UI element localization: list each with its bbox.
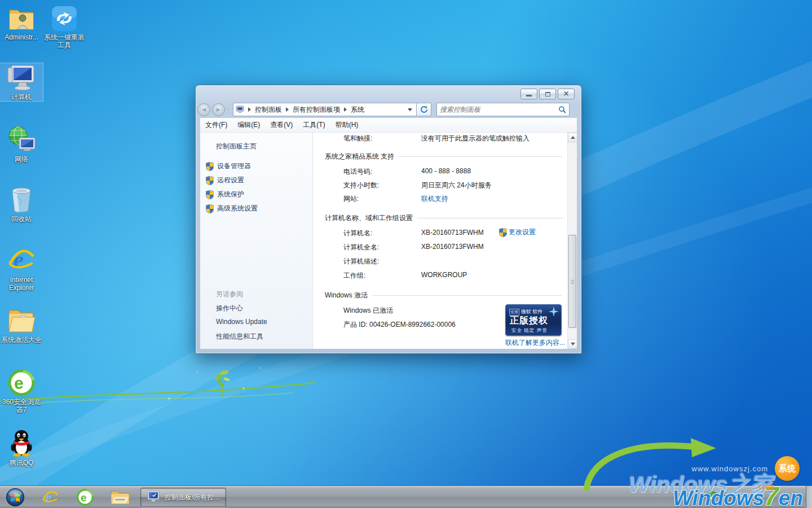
desktop-icon-internet-explorer[interactable]: e Internet Explorer [0,246,43,292]
desktop-icon-recycle-bin[interactable]: 回收站 [0,185,43,223]
network-icon [0,125,43,154]
minimize-button[interactable] [520,89,537,99]
internet-explorer-icon: e [41,489,59,506]
breadcrumb-separator-icon [344,107,347,112]
breadcrumb-control-panel[interactable]: 控制面板 [255,105,282,115]
pen-touch-label: 笔和触摸: [343,134,372,143]
full-name-value: XB-20160713FWHM [421,243,484,251]
computer-name-label: 计算机名: [343,229,372,238]
control-panel-task-icon [145,491,160,504]
action-center-icon[interactable] [707,492,716,502]
computer-name-value: XB-20160713FWHM [421,229,484,237]
sidebar-control-panel-home[interactable]: 控制面板主页 [216,142,257,151]
taskbar-explorer-folder[interactable] [111,488,130,507]
sidebar-windows-update[interactable]: Windows Update [216,318,267,326]
desktop-icon-reinstall-tool[interactable]: 系统一键重装工具 [43,3,86,49]
scrollbar-thumb[interactable] [568,235,576,328]
sidebar-system-protection[interactable]: 系统保护 [206,190,244,199]
breadcrumb-system[interactable]: 系统 [351,105,364,115]
forward-arrow-icon: ► [215,106,222,113]
description-label: 计算机描述: [343,257,379,266]
computer-icon [0,63,43,91]
breadcrumb-separator-icon [286,107,289,112]
menu-tools[interactable]: 工具(T) [298,120,330,130]
back-button[interactable]: ◄ [197,103,210,116]
taskbar-360-browser[interactable]: e [76,488,95,507]
folder-disc-icon [0,306,43,334]
uac-shield-icon [206,190,214,199]
internet-explorer-icon: e [0,246,43,274]
address-bar[interactable]: 控制面板 所有控制面板项 系统 [233,103,417,116]
system-tray [702,492,744,502]
product-id: 产品 ID: 00426-OEM-8992662-00006 [343,320,456,330]
breadcrumb-all-items[interactable]: 所有控制面板项 [293,105,340,115]
sparkle-star-icon [549,306,559,317]
minimize-icon [526,95,532,97]
recent-pages-dropdown-icon[interactable] [226,108,231,111]
menu-edit[interactable]: 编辑(E) [232,120,265,130]
learn-more-online-link[interactable]: 联机了解更多内容... [505,338,565,348]
svg-text:e: e [81,492,86,503]
desktop-icon-label: 回收站 [0,215,43,223]
refresh-button[interactable] [417,103,431,116]
menu-file[interactable]: 文件(F) [200,120,232,130]
uac-shield-icon [206,204,214,213]
genuine-license-badge[interactable]: 使用 微软 软件 正版授权 安全 稳定 声誉 [505,304,562,336]
sidebar-remote-settings[interactable]: 远程设置 [206,176,244,185]
menu-help[interactable]: 帮助(H) [330,120,364,130]
search-input[interactable] [440,106,558,113]
window-titlebar[interactable]: ✕ [196,85,581,101]
vertical-scrollbar[interactable] [567,133,577,349]
windows-start-orb-icon [6,488,25,507]
address-dropdown-icon[interactable] [408,108,412,111]
sidebar-device-manager[interactable]: 设备管理器 [206,161,251,171]
desktop-icon-label: 腾讯QQ [0,459,43,467]
desktop-icon-label: 系统激活大全 [0,336,43,344]
desktop-icon-label: 计算机 [0,93,43,101]
desktop-icon-360-browser[interactable]: e 360安全浏览器7 [0,368,43,414]
recycle-bin-icon [0,185,43,213]
start-button[interactable] [6,488,25,507]
network-tray-icon[interactable] [721,493,731,501]
scroll-down-icon [571,343,575,345]
desktop-icon-qq[interactable]: 腾讯QQ [0,429,43,467]
search-box[interactable] [436,103,570,116]
sidebar-task-label: 高级系统设置 [217,204,258,213]
back-arrow-icon: ◄ [201,106,208,113]
360-browser-icon: e [77,489,94,506]
online-support-link[interactable]: 联机支持 [421,194,448,204]
volume-tray-icon[interactable] [736,493,744,501]
sidebar-performance-tools[interactable]: 性能信息和工具 [216,332,263,341]
activation-section-title: Windows 激活 [325,291,562,300]
taskbar-internet-explorer[interactable]: e [41,488,60,507]
support-hours-label: 支持小时数: [343,181,379,190]
svg-text:e: e [14,374,24,392]
badge-line3: 安全 稳定 声誉 [511,327,548,334]
sidebar-advanced-settings[interactable]: 高级系统设置 [206,204,258,213]
scroll-up-button[interactable] [568,133,577,142]
menu-view[interactable]: 查看(V) [265,120,298,130]
taskbar-active-task[interactable]: 控制面板\所有控... [140,488,226,507]
desktop-icon-computer[interactable]: 计算机 [0,63,43,101]
forward-button[interactable]: ► [212,103,225,116]
sidebar-action-center[interactable]: 操作中心 [216,304,243,313]
support-hours-value: 周日至周六 24小时服务 [421,181,492,190]
desktop-icon-network[interactable]: 网络 [0,125,43,163]
watermark-badge: 系统 [775,456,800,481]
desktop-icon-administrator[interactable]: Administr... [0,3,43,41]
support-section-title: 系统之家精品系统 支持 [325,152,562,161]
close-icon: ✕ [558,90,574,98]
breadcrumb-separator-icon [248,107,251,112]
change-settings-link[interactable]: 更改设置 [499,227,536,237]
system-page-icon [236,106,244,113]
search-icon[interactable] [558,106,566,113]
close-button[interactable]: ✕ [558,89,575,99]
taskbar: e e [0,485,812,508]
scroll-down-button[interactable] [568,339,577,349]
qq-penguin-icon [0,429,43,457]
badge-line2: 正版授权 [510,315,548,327]
desktop: Administr... 系统一键重装工具 计算机 [0,0,812,508]
show-desktop-button[interactable] [806,486,812,508]
desktop-icon-activation-folder[interactable]: 系统激活大全 [0,306,43,344]
maximize-button[interactable] [539,89,556,99]
